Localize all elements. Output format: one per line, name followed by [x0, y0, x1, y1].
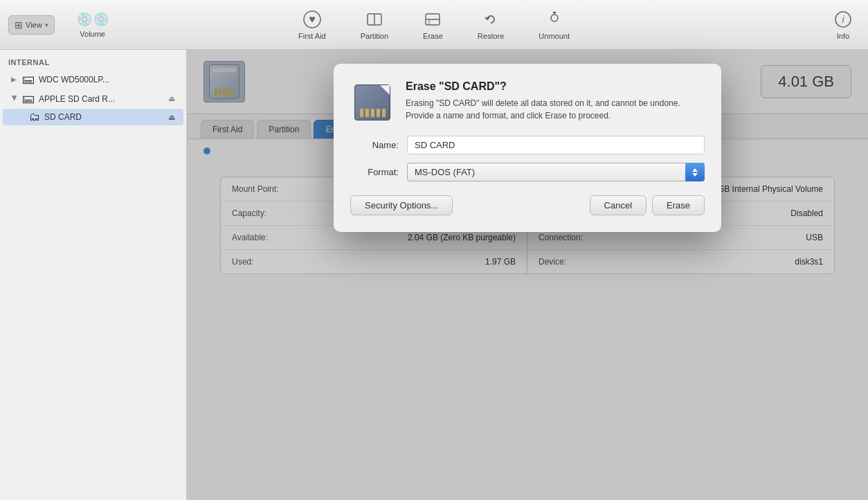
- format-select[interactable]: MS-DOS (FAT) ExFAT Mac OS Extended (Jour…: [407, 163, 705, 181]
- view-label: View: [26, 21, 42, 29]
- content-area: 4.01 GB First Aid Partition Erase Restor…: [187, 50, 868, 500]
- name-field-label: Name:: [350, 140, 399, 150]
- eject-icon[interactable]: ⏏: [168, 94, 175, 103]
- first-aid-label: First Aid: [298, 32, 326, 40]
- modal-text-block: Erase "SD CARD"? Erasing "SD CARD" will …: [406, 80, 705, 122]
- volume-button[interactable]: 💿 💿 Volume: [71, 9, 114, 41]
- info-button[interactable]: i Info: [826, 6, 860, 44]
- name-input[interactable]: [407, 136, 705, 154]
- erase-label: Erase: [423, 32, 443, 40]
- unmount-button[interactable]: Unmount: [532, 6, 577, 44]
- modal-overlay: Erase "SD CARD"? Erasing "SD CARD" will …: [187, 50, 868, 500]
- toolbar: ⊞ View ▾ 💿 💿 Volume ♥ First Aid Partitio…: [0, 0, 868, 50]
- partition-label: Partition: [361, 32, 388, 40]
- erase-button[interactable]: Erase: [416, 6, 450, 44]
- restore-icon: [481, 10, 500, 29]
- sd-notch: [380, 85, 390, 95]
- restore-button[interactable]: Restore: [471, 6, 512, 44]
- sidebar: Internal ▶ 🖴 WDC WD5000LP... ▶ 🖴 APPLE S…: [0, 50, 187, 500]
- expand-arrow-icon: ▶: [11, 75, 18, 83]
- sidebar-item-label: WDC WD5000LP...: [39, 75, 175, 84]
- toolbar-left: ⊞ View ▾ 💿 💿 Volume: [8, 9, 114, 41]
- volume-label: Volume: [80, 30, 105, 38]
- sidebar-item-wdc[interactable]: ▶ 🖴 WDC WD5000LP...: [3, 70, 183, 89]
- eject-sdcard-icon[interactable]: ⏏: [168, 113, 175, 122]
- modal-title: Erase "SD CARD"?: [406, 80, 705, 93]
- first-aid-button[interactable]: ♥ First Aid: [291, 6, 333, 44]
- modal-sd-icon: [350, 80, 395, 125]
- modal-buttons: Security Options... Cancel Erase: [350, 195, 705, 215]
- toolbar-center: ♥ First Aid Partition Erase Restore: [291, 6, 577, 44]
- svg-point-7: [551, 15, 558, 21]
- view-button[interactable]: ⊞ View ▾: [8, 15, 55, 35]
- form-row-name: Name:: [350, 136, 705, 154]
- partition-button[interactable]: Partition: [354, 6, 395, 44]
- partition-icon: [365, 10, 384, 29]
- restore-label: Restore: [478, 32, 505, 40]
- modal-header: Erase "SD CARD"? Erasing "SD CARD" will …: [350, 80, 705, 125]
- remove-volume-icon: 💿: [93, 12, 109, 27]
- format-field-label: Format:: [350, 167, 399, 177]
- sd-contacts: [360, 109, 386, 117]
- sd-reader-icon: 🖴: [22, 91, 35, 106]
- cancel-button[interactable]: Cancel: [590, 195, 647, 215]
- security-options-button[interactable]: Security Options...: [350, 195, 453, 215]
- add-volume-icon: 💿: [77, 12, 92, 27]
- unmount-icon: [545, 10, 564, 29]
- unmount-label: Unmount: [539, 32, 570, 40]
- sidebar-item-label: APPLE SD Card R...: [39, 94, 164, 104]
- sidebar-item-apple-sd[interactable]: ▶ 🖴 APPLE SD Card R... ⏏: [3, 89, 183, 108]
- first-aid-icon: ♥: [302, 10, 322, 29]
- info-label: Info: [837, 32, 849, 40]
- erase-icon: [423, 10, 442, 29]
- chevron-down-icon: ▾: [45, 21, 48, 28]
- sdcard-icon: 🗂: [29, 111, 40, 123]
- erase-modal: Erase "SD CARD"? Erasing "SD CARD" will …: [334, 64, 721, 232]
- sidebar-item-label: SD CARD: [44, 112, 164, 122]
- expand-arrow-icon: ▶: [11, 96, 19, 102]
- view-icon: ⊞: [15, 19, 23, 30]
- info-icon: i: [833, 10, 853, 29]
- svg-text:i: i: [842, 14, 844, 25]
- modal-btn-group: Cancel Erase: [590, 195, 705, 215]
- main-layout: Internal ▶ 🖴 WDC WD5000LP... ▶ 🖴 APPLE S…: [0, 50, 868, 500]
- svg-text:♥: ♥: [309, 13, 316, 25]
- form-row-format: Format: MS-DOS (FAT) ExFAT Mac OS Extend…: [350, 163, 705, 181]
- sidebar-item-sdcard[interactable]: 🗂 SD CARD ⏏: [3, 109, 183, 125]
- format-select-wrapper: MS-DOS (FAT) ExFAT Mac OS Extended (Jour…: [407, 163, 705, 181]
- disk-icon: 🖴: [22, 72, 35, 87]
- sidebar-section-title: Internal: [0, 55, 186, 69]
- info-button-wrapper: i Info: [826, 6, 860, 44]
- erase-confirm-button[interactable]: Erase: [652, 195, 705, 215]
- modal-description: Erasing "SD CARD" will delete all data s…: [406, 97, 705, 122]
- modal-form: Name: Format: MS-DOS (FAT) ExFAT Mac OS …: [350, 136, 705, 181]
